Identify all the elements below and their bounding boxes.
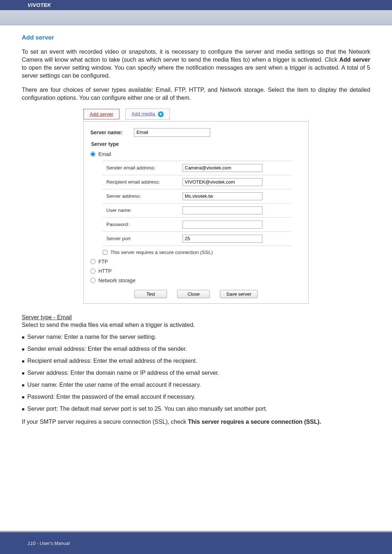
footer-text: 110 - User's Manual: [28, 541, 70, 546]
list-item: Sender email address: Enter the email ad…: [22, 345, 370, 352]
sender-label: Sender email address:: [103, 161, 179, 175]
intro-paragraph-1: To set an event with recorded video or s…: [22, 48, 370, 79]
server-name-input[interactable]: [134, 128, 210, 137]
table-row: Recipient email address:: [103, 175, 291, 189]
username-input[interactable]: [183, 206, 262, 214]
list-item: Server port: The default mail server por…: [22, 405, 370, 412]
para1-a: To set an event with recorded video or s…: [22, 48, 370, 63]
brand-bar: VIVOTEK: [0, 0, 392, 10]
list-item: User name: Enter the user name of the em…: [22, 381, 370, 388]
page-top-band: VIVOTEK: [0, 0, 392, 25]
table-row: User name:: [103, 203, 291, 217]
radio-netstorage-label: Network storage: [98, 278, 135, 283]
tab-add-server[interactable]: Add server: [83, 109, 119, 119]
radio-http-label: HTTP: [98, 268, 112, 274]
bullet-list: Server name: Enter a name for the server…: [22, 333, 370, 412]
sender-input[interactable]: [183, 164, 262, 172]
serveraddr-input[interactable]: [183, 192, 262, 200]
radio-ftp-label: FTP: [98, 259, 108, 264]
test-button[interactable]: Test: [134, 290, 167, 298]
server-type-email-heading: Server type - Email: [22, 314, 370, 321]
radio-email[interactable]: [90, 152, 95, 157]
arrow-down-icon: ▾: [158, 111, 164, 117]
final-bold: This server requires a secure connection…: [188, 418, 321, 425]
dialog-button-row: Test Close Save server: [90, 290, 302, 298]
dialog-body: Server name: Server type Email Sender em…: [83, 121, 309, 304]
tab-add-media[interactable]: Add media ▾: [125, 108, 170, 119]
list-item: Server address: Enter the domain name or…: [22, 369, 370, 376]
server-type-heading: Server type: [91, 141, 302, 147]
tab-add-media-label: Add media: [131, 111, 155, 116]
password-input[interactable]: [183, 221, 262, 229]
table-row: Sender email address:: [103, 161, 291, 175]
serveraddr-label: Server address:: [103, 189, 179, 203]
dialog-wrapper: Add server Add media ▾ Server name: Serv…: [22, 108, 370, 303]
list-item: Server name: Enter a name for the server…: [22, 333, 370, 340]
list-item: Recipient email address: Enter the email…: [22, 357, 370, 364]
radio-email-row[interactable]: Email: [90, 151, 302, 157]
dialog-tabs: Add server Add media ▾: [83, 108, 309, 119]
port-label: Server port: [103, 231, 179, 246]
page-footer: 110 - User's Manual: [0, 532, 392, 554]
server-dialog: Add server Add media ▾ Server name: Serv…: [83, 108, 309, 303]
server-name-row: Server name:: [90, 128, 302, 137]
table-row: Server port: [103, 231, 291, 246]
section-title: Add server: [22, 34, 370, 41]
server-name-label: Server name:: [90, 130, 134, 135]
close-button[interactable]: Close: [177, 290, 210, 298]
page-content: Add server To set an event with recorded…: [0, 25, 392, 426]
port-input[interactable]: [183, 235, 262, 243]
ssl-row[interactable]: This server requires a secure connection…: [103, 250, 302, 255]
brand-text: VIVOTEK: [28, 2, 51, 8]
email-fields-table: Sender email address: Recipient email ad…: [103, 161, 291, 246]
username-label: User name:: [103, 203, 179, 217]
para1-b: to open the server setting window. You c…: [22, 64, 370, 79]
list-item: Password: Enter the password of the emai…: [22, 393, 370, 400]
radio-http[interactable]: [90, 268, 95, 274]
recipient-input[interactable]: [183, 178, 262, 186]
recipient-label: Recipient email address:: [103, 175, 179, 189]
radio-netstorage-row[interactable]: Network storage: [90, 278, 302, 283]
ssl-checkbox[interactable]: [103, 250, 107, 255]
final-paragraph: If your SMTP server requires a secure co…: [22, 418, 370, 426]
para1-bold: Add server: [339, 56, 370, 63]
final-a: If your SMTP server requires a secure co…: [22, 418, 188, 425]
password-label: Password:: [103, 217, 179, 231]
radio-ftp-row[interactable]: FTP: [90, 259, 302, 264]
radio-netstorage[interactable]: [90, 278, 95, 283]
ssl-label: This server requires a secure connection…: [110, 250, 213, 255]
radio-ftp[interactable]: [90, 259, 95, 264]
server-type-email-desc: Select to send the media files via email…: [22, 321, 370, 328]
radio-email-label: Email: [98, 151, 111, 157]
intro-paragraph-2: There are four choices of server types a…: [22, 86, 370, 102]
radio-http-row[interactable]: HTTP: [90, 268, 302, 274]
table-row: Server address:: [103, 189, 291, 203]
table-row: Password:: [103, 217, 291, 231]
save-server-button[interactable]: Save server: [220, 290, 257, 298]
